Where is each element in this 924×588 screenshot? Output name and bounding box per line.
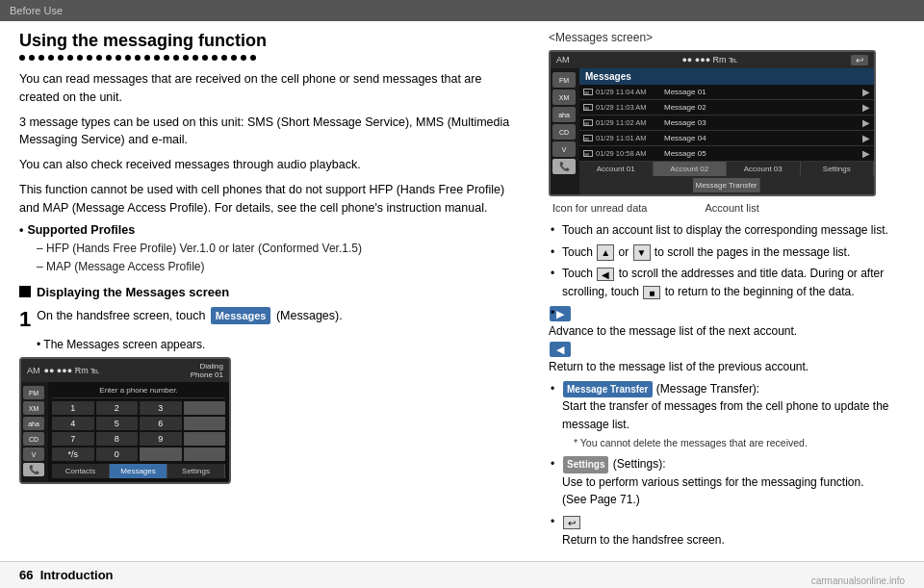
key-5[interactable]: 5 xyxy=(96,417,139,430)
ms-msg-3: Message 03 xyxy=(664,118,860,127)
bullet-3: Touch ◀ to scroll the addresses and titl… xyxy=(549,265,905,300)
ms-tab-transfer[interactable]: Message Transfer xyxy=(693,178,759,192)
dot xyxy=(135,55,141,61)
ms-main: Messages ✉ 01/29 11:04 AM Message 01 ▶ ✉… xyxy=(579,68,874,194)
key-2[interactable]: 2 xyxy=(96,401,139,415)
phone-screen-mockup: AM ●● ●●● Rm ℡ DialingPhone 01 FM XM aha… xyxy=(19,357,231,484)
phone-main: Enter a phone number. 1 2 3 4 5 6 7 8 9 xyxy=(48,382,229,482)
phone-keypad: 1 2 3 4 5 6 7 8 9 */s 0 xyxy=(52,401,225,461)
ms-row-5[interactable]: ✉ 01/29 10:58 AM Message 05 ▶ xyxy=(579,146,874,162)
message-transfer-btn: Message Transfer xyxy=(563,381,653,398)
bottom-bar: 66 Introduction xyxy=(0,561,924,588)
step1-text: On the handsfree screen, touch Messages … xyxy=(37,307,342,325)
black-square-icon xyxy=(19,286,31,297)
ms-row-4[interactable]: ✉ 01/29 11:01 AM Message 04 ▶ xyxy=(579,131,874,146)
dot xyxy=(231,55,237,61)
ms-row-1[interactable]: ✉ 01/29 11:04 AM Message 01 ▶ xyxy=(579,85,874,100)
ms-body: FM XM aha CD V 📞 Messages ✉ 01/29 11:04 … xyxy=(551,68,874,194)
ms-msg-4: Message 04 xyxy=(664,134,860,142)
ms-play-3[interactable]: ▶ xyxy=(862,117,870,128)
ms-tab-account02[interactable]: Account 02 xyxy=(654,162,728,176)
ms-header: AM ●● ●●● Rm ℡ ↩ xyxy=(551,52,874,68)
dot xyxy=(48,55,54,61)
phone-footer: Contacts Messages Settings xyxy=(52,464,225,478)
ms-icon-aha: aha xyxy=(552,107,576,122)
phone-icon-v: V xyxy=(23,447,44,461)
prev-account-icon: ◀ xyxy=(550,342,571,357)
dot xyxy=(164,55,169,61)
dot xyxy=(144,55,150,61)
dot xyxy=(116,55,121,61)
ms-title: Messages xyxy=(579,68,874,85)
dot xyxy=(250,55,256,61)
stop-icon: ■ xyxy=(643,286,660,299)
messages-screenshot: AM ●● ●●● Rm ℡ ↩ FM XM aha CD V 📞 Messag… xyxy=(549,50,876,196)
dot xyxy=(96,55,102,61)
key-action2[interactable] xyxy=(184,432,226,446)
tab-messages[interactable]: Messages xyxy=(110,464,167,478)
scroll-icon: ◀ xyxy=(597,268,614,281)
step1-sub-bullet: The Messages screen appears. xyxy=(37,338,520,351)
ms-time-3: 01/29 11:02 AM xyxy=(596,118,661,127)
tab-settings[interactable]: Settings xyxy=(167,464,225,478)
para4: This function cannot be used with cell p… xyxy=(19,181,520,217)
ms-play-1[interactable]: ▶ xyxy=(862,87,870,97)
caption-row: Icon for unread data Account list xyxy=(549,202,905,214)
ms-tab-account01[interactable]: Account 01 xyxy=(579,162,654,176)
key-action3[interactable] xyxy=(184,447,226,461)
bullet-7: ↩ Return to the handsfree screen. xyxy=(549,513,905,549)
ms-footer: Account 01 Account 02 Account 03 Setting… xyxy=(579,162,874,176)
top-bar: Before Use xyxy=(0,0,924,21)
phone-icon-cd: CD xyxy=(23,432,44,446)
ms-time-4: 01/29 11:01 AM xyxy=(596,134,661,142)
key-hash[interactable] xyxy=(140,447,182,461)
dot xyxy=(241,55,246,61)
ms-brand: AM xyxy=(556,55,570,65)
para2: 3 message types can be used on this unit… xyxy=(19,114,520,150)
key-3[interactable]: 3 xyxy=(140,401,182,415)
dot xyxy=(29,55,35,61)
key-6[interactable]: 6 xyxy=(140,417,182,430)
phone-header-left: AM ●● ●●● Rm ℡ xyxy=(27,366,100,375)
right-column: <Messages screen> AM ●● ●●● Rm ℡ ↩ FM XM… xyxy=(549,31,905,551)
bullet-4: ▶ Advance to the message list of the nex… xyxy=(549,304,905,375)
ms-msg-1: Message 01 xyxy=(664,88,860,96)
caption-right: Account list xyxy=(705,202,758,214)
ms-play-5[interactable]: ▶ xyxy=(862,148,870,159)
bullet-1: Touch an account list to display the cor… xyxy=(549,221,905,240)
top-bar-label: Before Use xyxy=(10,5,63,16)
ms-tab-settings[interactable]: Settings xyxy=(801,162,875,176)
ms-row-2[interactable]: ✉ 01/29 11:03 AM Message 02 ▶ xyxy=(579,100,874,115)
bullet-5: Message Transfer (Message Transfer): Sta… xyxy=(549,380,905,451)
key-clear[interactable] xyxy=(184,401,226,415)
supported-profiles-title: •Supported Profiles xyxy=(19,223,520,237)
dot xyxy=(192,55,198,61)
ms-msg-5: Message 05 xyxy=(664,149,860,158)
tab-contacts[interactable]: Contacts xyxy=(52,464,110,478)
key-1[interactable]: 1 xyxy=(52,401,94,415)
key-8[interactable]: 8 xyxy=(96,432,139,446)
ms-transfer-row: Message Transfer xyxy=(579,176,874,194)
ms-play-4[interactable]: ▶ xyxy=(862,133,870,143)
key-7[interactable]: 7 xyxy=(52,432,94,446)
page-number: 66 xyxy=(19,568,33,582)
phone-header: AM ●● ●●● Rm ℡ DialingPhone 01 xyxy=(21,359,229,382)
key-0[interactable]: 0 xyxy=(96,447,139,461)
ms-row-3[interactable]: ✉ 01/29 11:02 AM Message 03 ▶ xyxy=(579,115,874,131)
phone-input-label: Enter a phone number. xyxy=(52,386,225,398)
key-action1[interactable] xyxy=(184,417,226,430)
ms-time-5: 01/29 10:58 AM xyxy=(596,149,661,158)
key-9[interactable]: 9 xyxy=(140,432,182,446)
ms-icon-cd: CD xyxy=(552,124,576,140)
bullet-list: Touch an account list to display the cor… xyxy=(549,221,905,549)
ms-play-2[interactable]: ▶ xyxy=(862,102,870,113)
caption-left: Icon for unread data xyxy=(552,202,647,214)
dot xyxy=(173,55,179,61)
ms-back[interactable]: ↩ xyxy=(851,55,868,65)
phone-icon-phone: 📞 xyxy=(23,463,44,476)
key-star[interactable]: */s xyxy=(52,447,94,461)
ms-tab-account03[interactable]: Account 03 xyxy=(727,162,801,176)
section-title: Using the messaging function xyxy=(19,31,520,51)
bottom-label: Introduction xyxy=(40,568,114,582)
key-4[interactable]: 4 xyxy=(52,417,94,430)
